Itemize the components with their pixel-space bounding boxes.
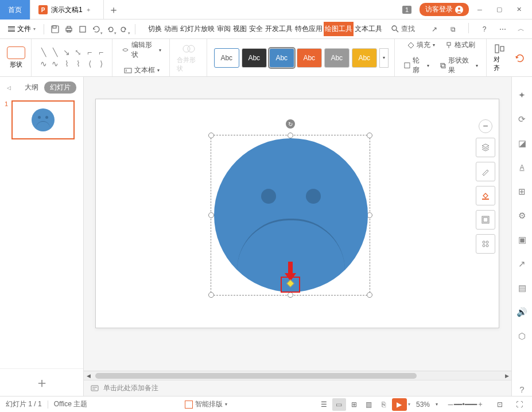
view-normal-icon[interactable]: ▭: [332, 398, 346, 411]
view-grid-icon[interactable]: ⊞: [347, 398, 361, 411]
handle-b[interactable]: [288, 292, 293, 298]
swatch-gray[interactable]: Abc: [324, 48, 350, 68]
float-bucket-button[interactable]: [476, 186, 495, 205]
print-preview-icon[interactable]: [76, 23, 89, 36]
shape-gallery[interactable]: ╲╲↘⤡⌐⌐ ∿∿⌇⌇⟨⟩: [38, 47, 106, 69]
rb-shape-icon[interactable]: ◪: [515, 137, 529, 150]
tab-view[interactable]: 视图: [232, 22, 248, 36]
swatch-orange[interactable]: Abc: [297, 48, 322, 68]
shape-effects-button[interactable]: 形状效果▾: [437, 55, 480, 76]
float-layers-button[interactable]: [476, 138, 495, 157]
rb-sparkle-icon[interactable]: ✦: [515, 88, 529, 102]
swatch-yellow[interactable]: Abc: [352, 48, 377, 68]
slide[interactable]: ↻: [95, 99, 499, 328]
new-tab-button[interactable]: ＋: [104, 0, 123, 19]
rb-gear-icon[interactable]: ⬡: [515, 329, 529, 343]
home-tab[interactable]: 首页: [0, 0, 30, 20]
rb-share-icon[interactable]: ↗: [515, 257, 529, 271]
login-button[interactable]: 访客登录: [420, 3, 469, 16]
text-box-button[interactable]: 文本框▾: [122, 64, 162, 76]
search-button[interactable]: 查找: [391, 24, 415, 34]
more-icon[interactable]: ⋯: [496, 23, 509, 36]
scroll-right-icon[interactable]: ▶: [502, 371, 511, 380]
document-tab[interactable]: P 演示文稿1 ✦: [30, 0, 104, 20]
outline-button[interactable]: 轮廓▾: [402, 55, 432, 76]
view-list-icon[interactable]: ☰: [317, 398, 331, 411]
tab-slideshow[interactable]: 幻灯片放映: [179, 22, 216, 36]
swatch-white[interactable]: Abc: [214, 48, 239, 68]
float-minus-button[interactable]: −: [479, 119, 492, 133]
edit-shape-button[interactable]: 编辑形状▾: [119, 39, 164, 61]
horizontal-scrollbar[interactable]: ◀ ▶: [84, 371, 511, 380]
swatch-black[interactable]: Abc: [242, 48, 267, 68]
rb-pic-icon[interactable]: ▤: [515, 281, 529, 295]
theme-label[interactable]: Office 主题: [54, 399, 87, 409]
selection-box[interactable]: ↻: [211, 135, 370, 296]
zoom-level[interactable]: 53%: [416, 401, 430, 409]
handle-tl[interactable]: [208, 133, 214, 138]
rotate-handle[interactable]: ↻: [286, 119, 295, 129]
handle-br[interactable]: [367, 292, 372, 298]
rb-loop-icon[interactable]: ⟳: [515, 112, 529, 126]
play-button[interactable]: ▶: [392, 398, 407, 411]
rb-sound-icon[interactable]: 🔊: [515, 305, 529, 319]
undo-icon[interactable]: ▾: [104, 23, 117, 36]
tab-animation[interactable]: 动画: [163, 22, 179, 36]
outline-tab[interactable]: 大纲: [25, 83, 38, 92]
fullscreen-icon[interactable]: ⛶: [512, 398, 526, 411]
collapse-panel-icon[interactable]: ◁: [7, 85, 11, 91]
fill-button[interactable]: 填充▾: [405, 39, 437, 51]
slides-tab[interactable]: 幻灯片: [44, 81, 76, 94]
zoom-slider[interactable]: ━━•━━━: [459, 398, 472, 411]
view-notes-icon[interactable]: ⎘: [377, 398, 391, 411]
align-button[interactable]: 对齐: [494, 44, 506, 72]
close-button[interactable]: ✕: [510, 3, 527, 16]
window-icon[interactable]: ⧉: [446, 23, 459, 36]
save-icon[interactable]: [49, 23, 61, 36]
tab-text-tools[interactable]: 文本工具: [354, 22, 383, 36]
rb-text-icon[interactable]: A: [515, 161, 529, 174]
scroll-left-icon[interactable]: ◀: [84, 371, 93, 380]
tab-special[interactable]: 特色应用: [294, 22, 324, 36]
refresh-icon[interactable]: ▾: [90, 23, 103, 36]
scroll-thumb[interactable]: [95, 373, 417, 379]
help-icon[interactable]: ?: [478, 23, 491, 36]
print-icon[interactable]: [63, 23, 75, 36]
shapes-button[interactable]: 形状: [7, 46, 25, 69]
handle-t[interactable]: [288, 133, 293, 138]
redo-icon[interactable]: ▾: [118, 23, 130, 36]
collapse-ribbon-icon[interactable]: ︿: [515, 23, 527, 36]
rb-help-icon[interactable]: ?: [515, 382, 529, 396]
notes-bar[interactable]: 单击此处添加备注: [84, 380, 511, 396]
tab-security[interactable]: 安全: [248, 22, 264, 36]
file-menu[interactable]: 文件 ▾: [5, 23, 39, 35]
rotate-icon[interactable]: [515, 53, 525, 63]
merge-shape-button[interactable]: 合并形状: [177, 43, 200, 73]
add-slide-button[interactable]: ＋: [0, 368, 83, 396]
swatch-more[interactable]: ▾: [379, 48, 389, 68]
rb-table-icon[interactable]: ⊞: [515, 185, 529, 199]
handle-l[interactable]: [208, 212, 214, 218]
view-reading-icon[interactable]: ▥: [362, 398, 376, 411]
zoom-in-icon[interactable]: ＋: [473, 398, 487, 411]
tab-review[interactable]: 审阅: [216, 22, 232, 36]
fit-icon[interactable]: ⊡: [493, 398, 507, 411]
handle-bl[interactable]: [208, 292, 214, 298]
format-brush-button[interactable]: 格式刷: [443, 39, 477, 51]
swatch-blue[interactable]: Abc: [269, 48, 294, 68]
canvas[interactable]: ↻: [84, 77, 511, 371]
tab-developer[interactable]: 开发工具: [264, 22, 294, 36]
minimize-button[interactable]: ─: [471, 3, 488, 16]
smart-layout-button[interactable]: 智能排版 ▾: [185, 399, 227, 409]
maximize-button[interactable]: ▢: [491, 3, 508, 16]
float-component-button[interactable]: [476, 234, 495, 254]
float-frame-button[interactable]: [476, 210, 495, 230]
tab-drawing-tools[interactable]: 绘图工具: [324, 22, 354, 36]
rb-image-icon[interactable]: ▣: [515, 233, 529, 247]
tab-switch[interactable]: 切换: [147, 22, 163, 36]
float-pen-button[interactable]: [476, 162, 495, 181]
slide-thumbnail[interactable]: 1: [5, 100, 79, 139]
rb-slider-icon[interactable]: ⚙: [515, 209, 529, 223]
handle-tr[interactable]: [367, 133, 372, 138]
share-icon[interactable]: ↗: [428, 23, 441, 36]
